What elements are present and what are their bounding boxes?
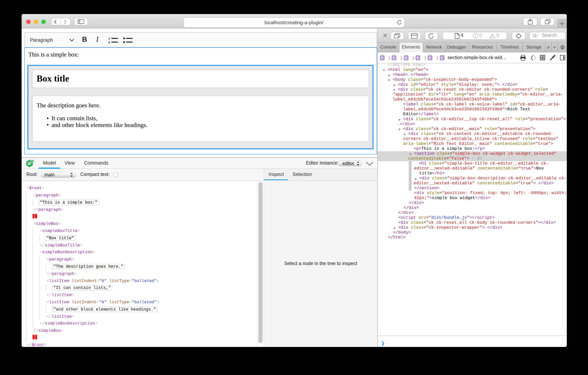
svg-text:1: 1 xyxy=(108,37,110,40)
svg-text:5: 5 xyxy=(32,160,33,163)
svg-text:2: 2 xyxy=(108,41,110,44)
